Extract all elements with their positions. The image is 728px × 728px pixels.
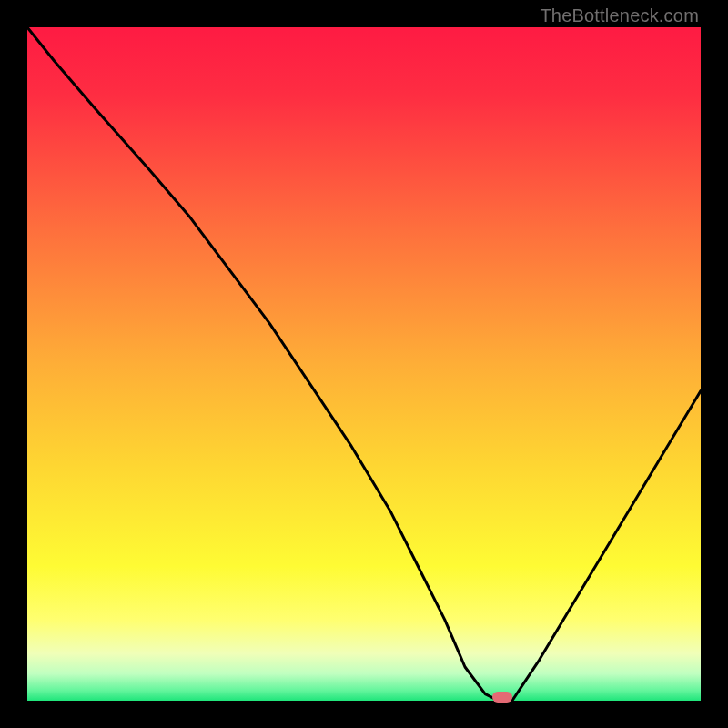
curve-layer	[27, 27, 701, 701]
watermark-text: TheBottleneck.com	[540, 5, 699, 26]
bottleneck-curve	[27, 27, 701, 701]
chart-frame: TheBottleneck.com	[0, 0, 728, 728]
optimal-marker	[492, 692, 512, 703]
plot-area	[27, 27, 701, 701]
